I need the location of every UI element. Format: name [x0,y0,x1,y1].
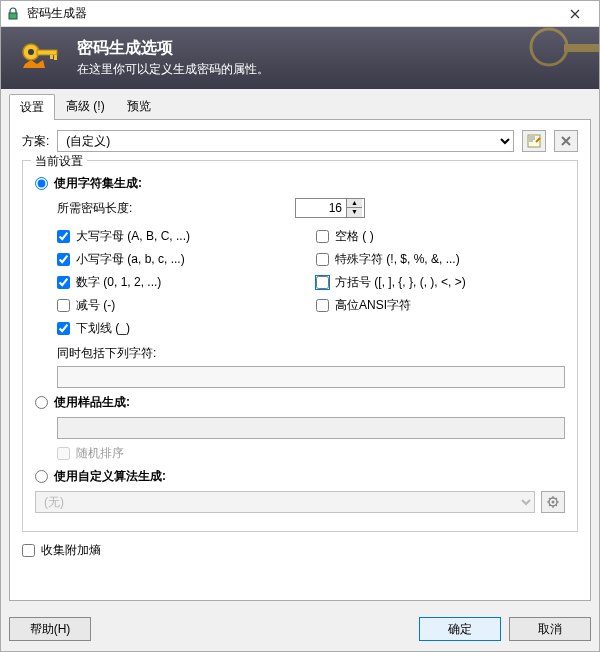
chk-digits[interactable] [57,276,70,289]
header-decoration [419,27,599,89]
radio-custom-row: 使用自定义算法生成: [35,468,565,485]
checkbox-grid: 大写字母 (A, B, C, ...) 空格 ( ) 小写字母 (a, b, c… [57,228,565,337]
svg-rect-0 [9,13,17,19]
svg-rect-3 [37,50,57,55]
header-text: 密码生成选项 在这里你可以定义生成密码的属性。 [77,38,269,78]
also-include-label: 同时包括下列字符: [57,345,565,362]
chk-special[interactable] [316,253,329,266]
radio-pattern-label: 使用样品生成: [54,394,130,411]
length-input[interactable] [296,199,346,217]
chk-special-label: 特殊字符 (!, $, %, &, ...) [335,251,460,268]
svg-point-6 [531,29,567,65]
footer: 帮助(H) 确定 取消 [9,617,591,641]
scheme-select[interactable]: (自定义) [57,130,514,152]
tab-advanced[interactable]: 高级 (!) [55,93,116,119]
header-title: 密码生成选项 [77,38,269,59]
chk-underscore-label: 下划线 (_) [76,320,130,337]
spin-up[interactable]: ▲ [347,199,362,208]
delete-profile-button[interactable] [554,130,578,152]
radio-custom-label: 使用自定义算法生成: [54,468,166,485]
radio-custom[interactable] [35,470,48,483]
svg-rect-7 [564,44,599,52]
spin-down[interactable]: ▼ [347,208,362,217]
length-spinner: ▲ ▼ [295,198,365,218]
chk-digits-label: 数字 (0, 1, 2, ...) [76,274,161,291]
chk-highansi[interactable] [316,299,329,312]
svg-rect-4 [50,55,53,59]
header: 密码生成选项 在这里你可以定义生成密码的属性。 [1,27,599,89]
chk-brackets[interactable] [316,276,329,289]
tabs: 设置 高级 (!) 预览 [1,89,599,119]
chk-upper-label: 大写字母 (A, B, C, ...) [76,228,190,245]
tab-settings[interactable]: 设置 [9,94,55,120]
fieldset-legend: 当前设置 [31,153,87,170]
svg-point-2 [28,49,34,55]
ok-button[interactable]: 确定 [419,617,501,641]
length-row: 所需密码长度: ▲ ▼ [57,198,565,218]
chk-lower[interactable] [57,253,70,266]
chk-space-label: 空格 ( ) [335,228,374,245]
length-label: 所需密码长度: [57,200,132,217]
chk-random-perm [57,447,70,460]
content-panel: 方案: (自定义) 当前设置 使用字符集生成: 所需密码长度: [9,119,591,601]
key-icon [17,34,65,82]
radio-charset[interactable] [35,177,48,190]
pattern-input [57,417,565,439]
save-profile-button[interactable] [522,130,546,152]
chk-collect-entropy[interactable] [22,544,35,557]
chk-underscore[interactable] [57,322,70,335]
window: 密码生成器 密码生成选项 在这里你可以定义生成密码的属性。 设置 高级 (!) [0,0,600,652]
scheme-label: 方案: [22,133,49,150]
chk-upper[interactable] [57,230,70,243]
radio-pattern[interactable] [35,396,48,409]
custom-algo-select: (无) [35,491,535,513]
radio-pattern-row: 使用样品生成: [35,394,565,411]
also-include-input[interactable] [57,366,565,388]
radio-charset-row: 使用字符集生成: [35,175,565,192]
svg-point-10 [552,501,555,504]
titlebar: 密码生成器 [1,1,599,27]
current-settings-fieldset: 当前设置 使用字符集生成: 所需密码长度: ▲ ▼ [22,160,578,532]
custom-algo-settings-button[interactable] [541,491,565,513]
tab-preview[interactable]: 预览 [116,93,162,119]
chk-random-perm-label: 随机排序 [76,445,124,462]
lock-icon [5,6,21,22]
chk-collect-entropy-label: 收集附加熵 [41,542,101,559]
chk-brackets-label: 方括号 ([, ], {, }, (, ), <, >) [335,274,466,291]
scheme-row: 方案: (自定义) [22,130,578,152]
svg-rect-5 [54,55,57,60]
chk-space[interactable] [316,230,329,243]
close-button[interactable] [555,2,595,26]
chk-minus-label: 减号 (-) [76,297,115,314]
help-button[interactable]: 帮助(H) [9,617,91,641]
header-subtitle: 在这里你可以定义生成密码的属性。 [77,61,269,78]
window-title: 密码生成器 [27,5,555,22]
chk-minus[interactable] [57,299,70,312]
radio-charset-label: 使用字符集生成: [54,175,142,192]
chk-highansi-label: 高位ANSI字符 [335,297,411,314]
cancel-button[interactable]: 取消 [509,617,591,641]
chk-lower-label: 小写字母 (a, b, c, ...) [76,251,185,268]
